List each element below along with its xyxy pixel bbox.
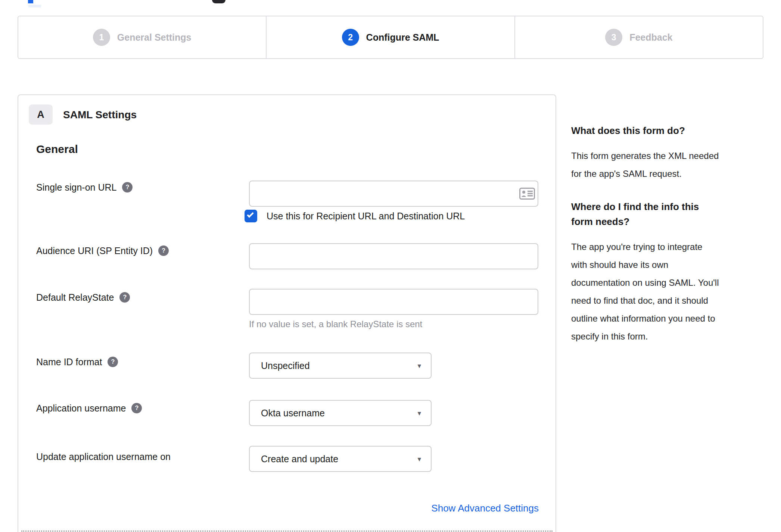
- cut-off-cursor-fragment: [28, 0, 33, 3]
- update-username-label-row: Update application username on: [36, 450, 171, 463]
- relaystate-label: Default RelayState: [36, 291, 114, 304]
- contact-card-icon: [519, 188, 535, 200]
- sidebar-question-2: Where do I find the info this form needs…: [571, 199, 721, 229]
- step-2-circle: 2: [342, 29, 359, 46]
- general-section-title: General: [36, 143, 78, 156]
- audience-uri-input[interactable]: [249, 243, 538, 269]
- app-username-select[interactable]: Okta username ▾: [249, 400, 432, 426]
- show-advanced-settings-link[interactable]: Show Advanced Settings: [431, 503, 539, 514]
- sso-url-label-row: Single sign-on URL ?: [36, 181, 133, 194]
- cut-off-heading-fragment: [212, 0, 225, 3]
- sso-checkbox-row: Use this for Recipient URL and Destinati…: [245, 210, 465, 222]
- sidebar-answer-1: This form generates the XML needed for t…: [571, 147, 721, 183]
- app-username-value: Okta username: [261, 408, 325, 419]
- cut-off-cursor-fragment-faint: [28, 5, 41, 7]
- audience-uri-label: Audience URI (SP Entity ID): [36, 244, 153, 257]
- step-3-circle: 3: [605, 29, 622, 46]
- chevron-down-icon: ▾: [417, 455, 421, 463]
- recipient-url-checkbox[interactable]: [245, 210, 257, 222]
- panel-title: SAML Settings: [63, 109, 137, 121]
- step-2-label: Configure SAML: [366, 32, 439, 43]
- sso-url-label: Single sign-on URL: [36, 181, 116, 194]
- name-id-format-label-row: Name ID format ?: [36, 356, 118, 368]
- checkmark-icon: [247, 211, 253, 218]
- update-username-select[interactable]: Create and update ▾: [249, 446, 432, 472]
- step-general-settings[interactable]: 1 General Settings: [18, 16, 266, 58]
- relaystate-input[interactable]: [249, 289, 538, 315]
- sidebar-question-1: What does this form do?: [571, 123, 721, 138]
- chevron-down-icon: ▾: [417, 362, 421, 370]
- step-feedback[interactable]: 3 Feedback: [514, 16, 763, 58]
- app-username-label-row: Application username ?: [36, 402, 142, 414]
- app-username-help-icon[interactable]: ?: [131, 403, 142, 413]
- audience-help-icon[interactable]: ?: [158, 245, 169, 256]
- step-1-circle: 1: [93, 29, 110, 46]
- sidebar-answer-2: The app you're trying to integrate with …: [571, 238, 721, 345]
- step-3-label: Feedback: [629, 32, 672, 43]
- step-configure-saml[interactable]: 2 Configure SAML: [266, 16, 514, 58]
- relaystate-help-icon[interactable]: ?: [119, 292, 130, 303]
- chevron-down-icon: ▾: [417, 409, 421, 417]
- app-username-label: Application username: [36, 402, 126, 414]
- step-1-label: General Settings: [117, 32, 192, 43]
- sso-url-input[interactable]: [249, 181, 538, 207]
- audience-uri-label-row: Audience URI (SP Entity ID) ?: [36, 244, 169, 257]
- sso-help-icon[interactable]: ?: [122, 182, 133, 193]
- relaystate-hint: If no value is set, a blank RelayState i…: [249, 319, 422, 329]
- update-username-label: Update application username on: [36, 450, 171, 463]
- recipient-url-checkbox-label: Use this for Recipient URL and Destinati…: [267, 211, 465, 222]
- saml-settings-panel: A SAML Settings General Single sign-on U…: [18, 94, 556, 532]
- dashed-divider: [21, 531, 553, 532]
- name-id-format-select[interactable]: Unspecified ▾: [249, 353, 432, 379]
- update-username-value: Create and update: [261, 454, 338, 464]
- help-sidebar: What does this form do? This form genera…: [571, 123, 721, 362]
- wizard-stepper: 1 General Settings 2 Configure SAML 3 Fe…: [18, 16, 763, 59]
- name-id-help-icon[interactable]: ?: [108, 357, 118, 367]
- name-id-format-value: Unspecified: [261, 360, 310, 371]
- relaystate-label-row: Default RelayState ?: [36, 291, 130, 304]
- name-id-format-label: Name ID format: [36, 356, 102, 368]
- section-a-badge: A: [29, 104, 53, 125]
